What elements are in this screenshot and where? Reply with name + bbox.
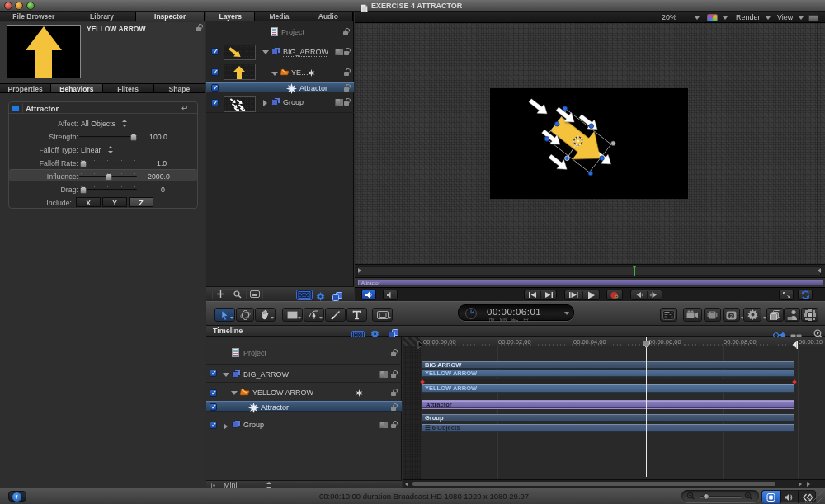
svg-text:2: 2 bbox=[730, 313, 733, 318]
